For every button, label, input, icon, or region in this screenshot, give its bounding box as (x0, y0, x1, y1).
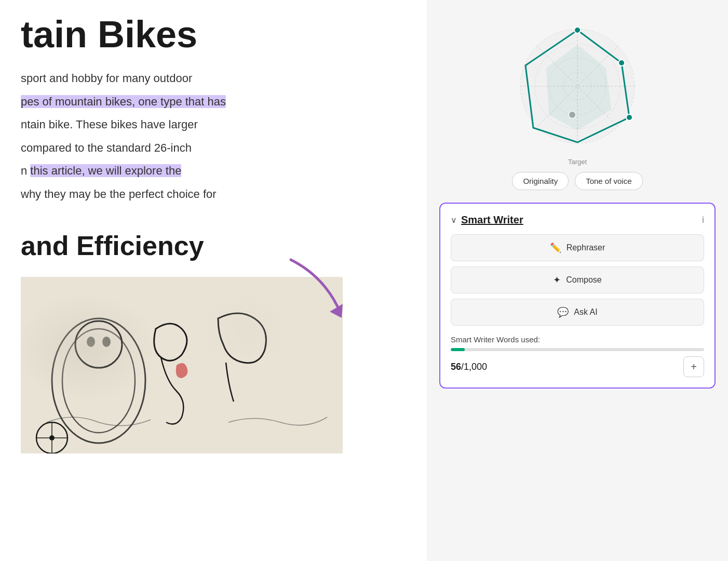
smart-writer-header: ∨ Smart Writer i (451, 214, 704, 226)
ask-ai-icon: 💬 (557, 306, 569, 318)
rephraser-icon: ✏️ (550, 242, 561, 253)
compose-label: Compose (566, 275, 601, 285)
words-count: 56/1,000 (451, 362, 487, 372)
compose-icon: ✦ (553, 274, 561, 286)
smart-writer-title-group: ∨ Smart Writer (451, 214, 523, 226)
arrow-icon (270, 244, 353, 327)
compose-button[interactable]: ✦ Compose (451, 266, 704, 293)
badge-row: Originality Tone of voice (512, 172, 642, 190)
text-line-5: n this article, we will explore the (21, 161, 406, 181)
ask-ai-label: Ask AI (574, 308, 597, 317)
text-line-1: sport and hobby for many outdoor (21, 69, 406, 89)
text-line-6: why they may be the perfect choice for (21, 184, 406, 205)
svg-point-23 (626, 114, 632, 121)
svg-point-8 (49, 435, 55, 440)
words-used-section: Smart Writer Words used: 56/1,000 + (451, 335, 704, 377)
svg-point-21 (574, 27, 581, 33)
arrow-container (270, 244, 353, 329)
smart-writer-title: Smart Writer (461, 214, 523, 226)
rephraser-label: Rephraser (567, 243, 605, 252)
right-panel: Target Originality Tone of voice ∨ Smart… (427, 0, 728, 561)
left-panel: tain Bikes sport and hobby for many outd… (0, 0, 427, 561)
progress-bar-fill (451, 348, 465, 351)
text-line-3: ntain bike. These bikes have larger (21, 115, 406, 135)
radar-chart (510, 19, 645, 154)
svg-point-5 (87, 337, 95, 347)
words-count-row: 56/1,000 + (451, 356, 704, 377)
plus-button[interactable]: + (683, 356, 704, 377)
tone-of-voice-badge[interactable]: Tone of voice (575, 172, 642, 190)
svg-point-3 (62, 329, 135, 433)
info-icon[interactable]: i (702, 215, 704, 225)
text-line-4: compared to the standard 26-inch (21, 138, 406, 158)
svg-point-4 (75, 321, 122, 368)
svg-point-7 (36, 422, 68, 453)
words-used-label: Smart Writer Words used: (451, 335, 704, 344)
words-total: 1,000 (464, 362, 487, 372)
article-text: sport and hobby for many outdoor pes of … (21, 69, 406, 204)
svg-point-2 (52, 318, 145, 443)
target-label: Target (568, 158, 587, 166)
ask-ai-button[interactable]: 💬 Ask AI (451, 299, 704, 326)
radar-section: Target Originality Tone of voice (439, 10, 716, 194)
svg-point-22 (618, 60, 625, 66)
chevron-icon[interactable]: ∨ (451, 215, 457, 225)
rephraser-button[interactable]: ✏️ Rephraser (451, 234, 704, 261)
svg-point-6 (102, 337, 111, 347)
highlight-span-2: this article, we will explore the (30, 164, 181, 177)
smart-writer-panel: ∨ Smart Writer i ✏️ Rephraser ✦ Compose … (439, 203, 716, 389)
page-title: tain Bikes (21, 16, 406, 53)
text-line-2: pes of mountain bikes, one type that has (21, 92, 406, 112)
words-current: 56 (451, 362, 461, 372)
progress-bar-track (451, 348, 704, 351)
highlight-span: pes of mountain bikes, one type that has (21, 95, 226, 108)
originality-badge[interactable]: Originality (512, 172, 569, 190)
